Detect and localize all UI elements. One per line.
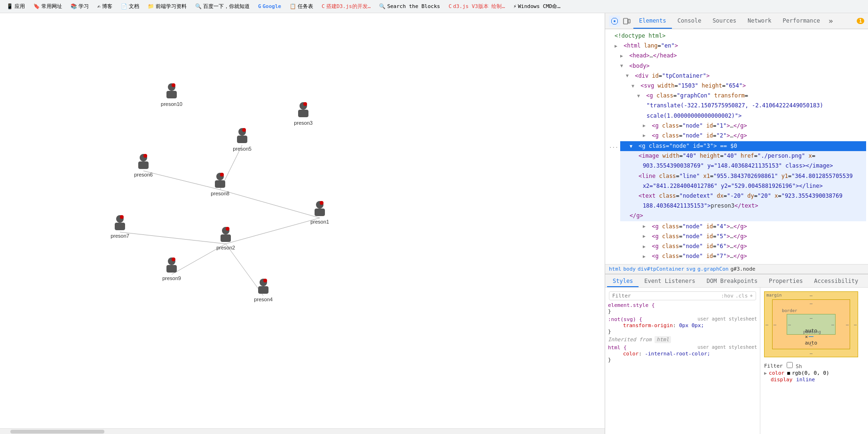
- bookmark-d3v3[interactable]: C d3.js V3版本 绘制…: [446, 2, 508, 11]
- svg-point-41: [172, 257, 175, 261]
- breadcrumb-svg[interactable]: svg: [686, 266, 695, 272]
- svg-rect-27: [138, 161, 149, 169]
- filter-input[interactable]: [612, 293, 721, 299]
- breadcrumb-div[interactable]: div#tpContainer: [638, 266, 684, 272]
- svg-rect-19: [258, 286, 268, 294]
- html-line-image[interactable]: <image width="40" height="40" href="./pe…: [620, 151, 866, 161]
- graph-node-preson10[interactable]: preson10: [161, 83, 182, 107]
- graph-node-preson9[interactable]: preson9: [162, 257, 181, 281]
- prop-row-color: ▶ color ■ rgb(0, 0, 0): [764, 370, 864, 376]
- devtools-toolbar: Elements Console Sources Network Perform…: [605, 13, 868, 29]
- device-toolbar-button[interactable]: [621, 16, 632, 27]
- html-line-body[interactable]: ▼ <body>: [605, 61, 868, 71]
- svg-text:preson5: preson5: [233, 146, 252, 152]
- more-tabs-button[interactable]: »: [826, 16, 836, 25]
- html-line-svg[interactable]: ▼ <svg width="1503" height="654">: [605, 81, 868, 91]
- properties-section: Filter Sh ▶ color ■ rgb(0, 0, 0): [764, 362, 864, 383]
- border-left-val: –: [773, 322, 776, 327]
- svg-point-47: [614, 20, 615, 22]
- svg-rect-7: [315, 209, 325, 216]
- html-line-node2[interactable]: ▶ <g class="node" id="2">…</g>: [605, 131, 868, 141]
- bookmark-docs[interactable]: 📄 文档: [118, 2, 142, 11]
- properties-filter-row: Filter Sh: [764, 362, 864, 370]
- elements-tree[interactable]: <!doctype html> ▶ <html lang="en"> ▶ <he…: [605, 29, 868, 264]
- margin-right-val: –: [854, 322, 857, 327]
- html-line-html[interactable]: ▶ <html lang="en">: [605, 41, 868, 51]
- panel-tab-accessibility[interactable]: Accessibility: [808, 276, 864, 287]
- tab-network[interactable]: Network: [742, 13, 777, 29]
- panel-tab-event-listeners[interactable]: Event Listeners: [639, 276, 701, 287]
- tab-sources[interactable]: Sources: [707, 13, 742, 29]
- html-line-node3[interactable]: ▼ <g class="node" id="3"> == $0 <image w…: [620, 141, 866, 221]
- panel-tabs: Styles Event Listeners DOM Breakpoints P…: [605, 274, 868, 288]
- html-line-text[interactable]: <text class="nodetext" dx="-20" dy="20" …: [620, 191, 866, 201]
- breadcrumb-g-graphcon[interactable]: g.graphCon: [697, 266, 728, 272]
- panel-tab-dom-breakpoints[interactable]: DOM Breakpoints: [701, 276, 763, 287]
- bookmark-frontend[interactable]: 📁 前端学习资料: [145, 2, 189, 11]
- bookmark-tasks[interactable]: 📋 任务表: [287, 2, 316, 11]
- html-line-node7[interactable]: ▶ <g class="node" id="7">…</g>: [605, 251, 868, 261]
- graph-node-preson4[interactable]: preson4: [254, 279, 273, 302]
- devtools-tabs: Elements Console Sources Network Perform…: [633, 13, 836, 29]
- svg-text:preson1: preson1: [310, 219, 329, 225]
- tab-console[interactable]: Console: [672, 13, 707, 29]
- box-margin: margin – – – – border – – –: [764, 291, 858, 357]
- bookmark-blog[interactable]: ✍ 博客: [95, 2, 115, 11]
- prop-name-display: display: [771, 377, 792, 383]
- margin-left-val: –: [765, 322, 768, 327]
- bookmark-baidu[interactable]: 🔍 百度一下，你就知道: [192, 2, 253, 11]
- prop-val-display: inline: [796, 377, 815, 383]
- show-all-checkbox[interactable]: [787, 362, 793, 368]
- svg-rect-11: [221, 234, 231, 242]
- bookmark-cmd[interactable]: ⚡ Windows CMD命…: [511, 2, 563, 11]
- filter-pseudo-button[interactable]: :hov: [721, 293, 734, 299]
- html-line-div-container[interactable]: ▼ <div id="tpContainer">: [605, 71, 868, 81]
- svg-text:preson3: preson3: [294, 120, 313, 126]
- graph-node-preson1[interactable]: preson1: [310, 201, 329, 225]
- graph-node-preson3[interactable]: preson3: [294, 102, 313, 126]
- html-line-node3-selected[interactable]: ▼ <g class="node" id="3"> == $0: [620, 141, 866, 151]
- svg-point-45: [172, 83, 175, 87]
- bookmark-learn[interactable]: 📚 学习: [68, 2, 92, 11]
- bookmark-urls[interactable]: 🔖 常用网址: [31, 2, 65, 11]
- filter-add-button[interactable]: +: [750, 293, 753, 299]
- filter-class-button[interactable]: .cls: [735, 293, 748, 299]
- panel-tab-properties[interactable]: Properties: [763, 276, 808, 287]
- box-content: auto × auto: [809, 336, 813, 337]
- svg-point-33: [120, 215, 124, 219]
- graph-node-preson6[interactable]: preson6: [134, 154, 153, 177]
- bookmark-apps[interactable]: 📱 应用: [4, 2, 28, 11]
- box-diagram: margin – – – – border – – –: [764, 291, 858, 357]
- html-line-g-graphcon[interactable]: ▼ <g class="graphCon" transform=: [605, 91, 868, 101]
- scrollbar-thumb[interactable]: [10, 430, 104, 434]
- panel-tab-styles[interactable]: Styles: [607, 276, 639, 287]
- prop-name-color: color: [769, 370, 784, 376]
- breadcrumb-body[interactable]: body: [623, 266, 636, 272]
- bookmark-google[interactable]: G Google: [255, 2, 284, 10]
- html-line-node3-wrapper[interactable]: ... ▼ <g class="node" id="3"> == $0 <ima…: [605, 141, 868, 222]
- tab-performance[interactable]: Performance: [777, 13, 826, 29]
- graph-node-preson7[interactable]: preson7: [110, 215, 129, 239]
- html-line-node1[interactable]: ▶ <g class="node" id="1">…</g>: [605, 121, 868, 131]
- html-line-node6[interactable]: ▶ <g class="node" id="6">…</g>: [605, 241, 868, 251]
- html-line-line[interactable]: <line class="line" x1="955.3843702698861…: [620, 171, 866, 181]
- style-rule-not-svg: :not(svg) { user agent stylesheet transf…: [608, 316, 757, 335]
- inspect-element-button[interactable]: [609, 16, 620, 27]
- html-line-node5[interactable]: ▶ <g class="node" id="5">…</g>: [605, 232, 868, 241]
- tab-elements[interactable]: Elements: [633, 13, 672, 29]
- svg-point-21: [263, 279, 267, 282]
- svg-line-3: [120, 232, 226, 244]
- breadcrumb-html[interactable]: html: [609, 266, 622, 272]
- svg-rect-49: [628, 19, 630, 23]
- html-line-node4[interactable]: ▶ <g class="node" id="4">…</g>: [605, 222, 868, 232]
- bookmark-d3[interactable]: C 搭建D3.js的开发…: [319, 2, 373, 11]
- horizontal-scrollbar[interactable]: [0, 428, 605, 434]
- bookmark-blocks[interactable]: 🔍 Search the Blocks: [376, 2, 443, 10]
- graph-node-preson5[interactable]: preson5: [233, 128, 252, 152]
- graph-node-preson2[interactable]: preson2: [216, 227, 235, 250]
- prop-arrow-color[interactable]: ▶: [764, 370, 767, 376]
- bottom-panel: Styles Event Listeners DOM Breakpoints P…: [605, 274, 868, 434]
- html-line-head[interactable]: ▶ <head>…</head>: [605, 51, 868, 61]
- breadcrumb-g-node3[interactable]: g#3.node: [730, 266, 755, 272]
- prop-row-display: display inline: [764, 377, 864, 383]
